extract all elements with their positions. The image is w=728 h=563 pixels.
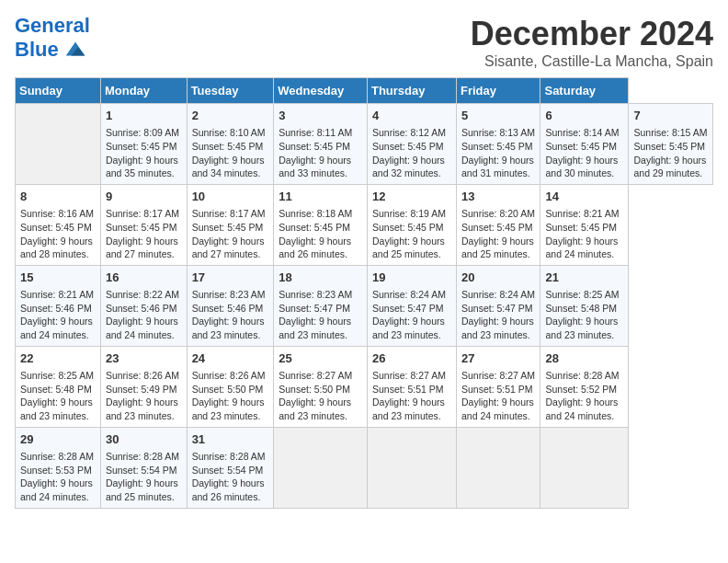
- calendar-cell: [540, 427, 629, 508]
- day-number: 13: [461, 189, 535, 205]
- sunset-text: Sunset: 5:45 PM: [192, 221, 269, 235]
- day-number: 26: [372, 350, 451, 367]
- daylight-text: Daylight: 9 hours and 23 minutes.: [106, 396, 182, 422]
- calendar-cell: 14Sunrise: 8:21 AMSunset: 5:45 PMDayligh…: [540, 184, 629, 265]
- sunrise-text: Sunrise: 8:26 AM: [192, 369, 269, 383]
- day-number: 20: [461, 270, 535, 286]
- sunrise-text: Sunrise: 8:27 AM: [279, 369, 362, 383]
- page-header: General Blue December 2024 Sisante, Cast…: [15, 15, 713, 70]
- daylight-text: Daylight: 9 hours and 33 minutes.: [279, 154, 362, 180]
- sunrise-text: Sunrise: 8:14 AM: [545, 126, 623, 140]
- day-number: 17: [192, 270, 269, 286]
- calendar-cell: 29Sunrise: 8:28 AMSunset: 5:53 PMDayligh…: [16, 427, 101, 508]
- logo-text: General: [15, 15, 90, 37]
- daylight-text: Daylight: 9 hours and 23 minutes.: [372, 315, 451, 341]
- daylight-text: Daylight: 9 hours and 26 minutes.: [192, 477, 269, 503]
- sunrise-text: Sunrise: 8:17 AM: [106, 207, 182, 221]
- day-number: 12: [372, 189, 451, 205]
- daylight-text: Daylight: 9 hours and 23 minutes.: [461, 315, 535, 341]
- sunrise-text: Sunrise: 8:24 AM: [372, 288, 451, 302]
- calendar-cell: 9Sunrise: 8:17 AMSunset: 5:45 PMDaylight…: [100, 184, 187, 265]
- sunrise-text: Sunrise: 8:22 AM: [106, 288, 182, 302]
- day-number: 25: [279, 350, 362, 367]
- calendar-cell: 27Sunrise: 8:27 AMSunset: 5:51 PMDayligh…: [456, 346, 540, 427]
- day-number: 2: [192, 108, 269, 124]
- calendar-cell: 2Sunrise: 8:10 AMSunset: 5:45 PMDaylight…: [187, 104, 274, 185]
- sunset-text: Sunset: 5:48 PM: [20, 383, 96, 396]
- sunset-text: Sunset: 5:46 PM: [106, 302, 182, 316]
- day-number: 18: [279, 270, 362, 286]
- calendar-cell: 31Sunrise: 8:28 AMSunset: 5:54 PMDayligh…: [187, 427, 274, 508]
- sunrise-text: Sunrise: 8:12 AM: [372, 126, 451, 140]
- sunrise-text: Sunrise: 8:28 AM: [106, 450, 182, 464]
- daylight-text: Daylight: 9 hours and 24 minutes.: [20, 315, 96, 341]
- sunrise-text: Sunrise: 8:28 AM: [545, 369, 623, 383]
- day-number: 10: [192, 189, 269, 205]
- calendar-week-3: 15Sunrise: 8:21 AMSunset: 5:46 PMDayligh…: [16, 265, 713, 346]
- sunrise-text: Sunrise: 8:24 AM: [461, 288, 535, 302]
- day-number: 21: [545, 270, 623, 286]
- calendar-cell: 16Sunrise: 8:22 AMSunset: 5:46 PMDayligh…: [100, 265, 187, 346]
- calendar-cell: [16, 104, 101, 185]
- sunset-text: Sunset: 5:53 PM: [20, 464, 96, 477]
- sunset-text: Sunset: 5:54 PM: [192, 464, 269, 477]
- calendar-header: SundayMondayTuesdayWednesdayThursdayFrid…: [16, 78, 713, 104]
- day-number: 19: [372, 270, 451, 286]
- calendar-cell: 3Sunrise: 8:11 AMSunset: 5:45 PMDaylight…: [274, 104, 368, 185]
- calendar-cell: 17Sunrise: 8:23 AMSunset: 5:46 PMDayligh…: [187, 265, 274, 346]
- sunrise-text: Sunrise: 8:25 AM: [20, 369, 96, 383]
- sunset-text: Sunset: 5:45 PM: [372, 221, 451, 235]
- calendar-cell: 4Sunrise: 8:12 AMSunset: 5:45 PMDaylight…: [367, 104, 456, 185]
- month-title: December 2024: [471, 15, 713, 53]
- daylight-text: Daylight: 9 hours and 25 minutes.: [372, 235, 451, 261]
- day-header-sunday: Sunday: [16, 78, 101, 104]
- day-header-thursday: Thursday: [367, 78, 456, 104]
- daylight-text: Daylight: 9 hours and 34 minutes.: [192, 154, 269, 180]
- calendar-cell: 23Sunrise: 8:26 AMSunset: 5:49 PMDayligh…: [100, 346, 187, 427]
- sunrise-text: Sunrise: 8:23 AM: [192, 288, 269, 302]
- sunset-text: Sunset: 5:49 PM: [106, 383, 182, 396]
- calendar-table: SundayMondayTuesdayWednesdayThursdayFrid…: [15, 77, 713, 509]
- day-number: 23: [106, 350, 182, 367]
- calendar-cell: 15Sunrise: 8:21 AMSunset: 5:46 PMDayligh…: [16, 265, 101, 346]
- sunrise-text: Sunrise: 8:23 AM: [279, 288, 362, 302]
- sunset-text: Sunset: 5:54 PM: [106, 464, 182, 477]
- day-number: 4: [372, 108, 451, 124]
- calendar-cell: 18Sunrise: 8:23 AMSunset: 5:47 PMDayligh…: [274, 265, 368, 346]
- sunrise-text: Sunrise: 8:13 AM: [461, 126, 535, 140]
- sunrise-text: Sunrise: 8:27 AM: [372, 369, 451, 383]
- calendar-cell: 7Sunrise: 8:15 AMSunset: 5:45 PMDaylight…: [629, 104, 713, 185]
- daylight-text: Daylight: 9 hours and 23 minutes.: [192, 315, 269, 341]
- sunset-text: Sunset: 5:45 PM: [20, 221, 96, 235]
- daylight-text: Daylight: 9 hours and 24 minutes.: [461, 396, 535, 422]
- day-number: 16: [106, 270, 182, 286]
- daylight-text: Daylight: 9 hours and 27 minutes.: [192, 235, 269, 261]
- calendar-cell: 20Sunrise: 8:24 AMSunset: 5:47 PMDayligh…: [456, 265, 540, 346]
- sunset-text: Sunset: 5:45 PM: [461, 140, 535, 154]
- sunrise-text: Sunrise: 8:26 AM: [106, 369, 182, 383]
- calendar-cell: 26Sunrise: 8:27 AMSunset: 5:51 PMDayligh…: [367, 346, 456, 427]
- daylight-text: Daylight: 9 hours and 32 minutes.: [372, 154, 451, 180]
- daylight-text: Daylight: 9 hours and 31 minutes.: [461, 154, 535, 180]
- day-number: 9: [106, 189, 182, 205]
- logo: General Blue: [15, 15, 90, 63]
- sunset-text: Sunset: 5:50 PM: [279, 383, 362, 396]
- calendar-cell: 21Sunrise: 8:25 AMSunset: 5:48 PMDayligh…: [540, 265, 629, 346]
- sunrise-text: Sunrise: 8:28 AM: [20, 450, 96, 464]
- day-number: 3: [279, 108, 362, 124]
- sunrise-text: Sunrise: 8:28 AM: [192, 450, 269, 464]
- sunset-text: Sunset: 5:45 PM: [545, 221, 623, 235]
- calendar-cell: [367, 427, 456, 508]
- calendar-cell: 11Sunrise: 8:18 AMSunset: 5:45 PMDayligh…: [274, 184, 368, 265]
- daylight-text: Daylight: 9 hours and 24 minutes.: [106, 315, 182, 341]
- day-header-saturday: Saturday: [540, 78, 629, 104]
- day-number: 5: [461, 108, 535, 124]
- day-header-monday: Monday: [100, 78, 187, 104]
- calendar-week-4: 22Sunrise: 8:25 AMSunset: 5:48 PMDayligh…: [16, 346, 713, 427]
- sunset-text: Sunset: 5:45 PM: [279, 221, 362, 235]
- sunset-text: Sunset: 5:45 PM: [545, 140, 623, 154]
- sunset-text: Sunset: 5:45 PM: [633, 140, 708, 154]
- daylight-text: Daylight: 9 hours and 23 minutes.: [279, 315, 362, 341]
- sunrise-text: Sunrise: 8:17 AM: [192, 207, 269, 221]
- daylight-text: Daylight: 9 hours and 35 minutes.: [106, 154, 182, 180]
